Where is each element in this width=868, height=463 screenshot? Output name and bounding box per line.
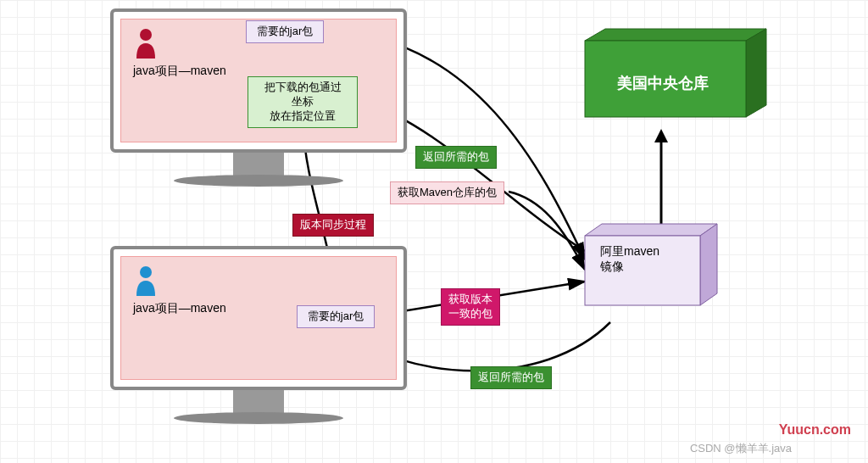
- download-box: 把下载的包通过 坐标 放在指定位置: [248, 76, 358, 128]
- get-maven-repo-label: 获取Maven仓库的包: [390, 181, 504, 204]
- svg-marker-3: [700, 224, 717, 305]
- person-icon: [133, 28, 159, 61]
- monitor-stand-neck: [233, 390, 284, 414]
- get-consistent-label: 获取版本 一致的包: [441, 288, 500, 326]
- return-pkg-label-1: 返回所需的包: [415, 146, 497, 169]
- us-central-cube: 美国中央仓库: [585, 41, 754, 134]
- project-label-top: java项目—maven: [133, 64, 226, 79]
- monitor-stand-base: [174, 175, 343, 187]
- watermark-site: Yuucn.com: [779, 422, 851, 438]
- project-label-bottom: java项目—maven: [133, 301, 226, 316]
- monitor-stand-neck: [233, 153, 284, 176]
- return-pkg-label-2: 返回所需的包: [470, 366, 552, 389]
- monitor-stand-base: [174, 412, 343, 424]
- svg-marker-2: [585, 224, 717, 236]
- version-sync-label: 版本同步过程: [292, 214, 374, 237]
- svg-marker-6: [746, 29, 766, 117]
- watermark-author: CSDN @懒羊羊.java: [690, 441, 792, 456]
- jar-box-top: 需要的jar包: [246, 20, 324, 43]
- ali-mirror-cube: 阿里maven 镜像: [585, 236, 704, 321]
- ali-mirror-label: 阿里maven 镜像: [600, 244, 659, 275]
- svg-marker-5: [585, 29, 766, 41]
- svg-point-1: [140, 266, 152, 278]
- jar-box-bottom: 需要的jar包: [297, 305, 375, 328]
- person-icon: [133, 265, 159, 298]
- svg-point-0: [140, 29, 152, 41]
- us-central-label: 美国中央仓库: [617, 73, 709, 93]
